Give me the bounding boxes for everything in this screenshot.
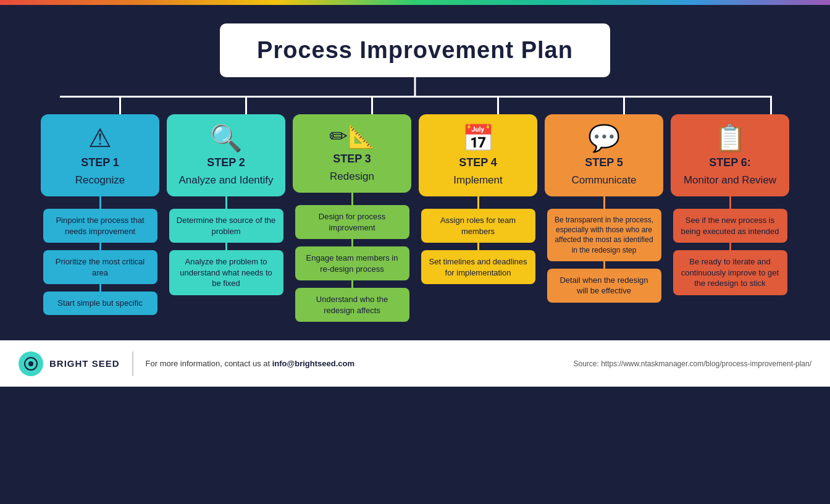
- step-column-3: ✏📐 STEP 3 Redesign Design for process im…: [293, 114, 411, 322]
- step5-icon: 💬: [588, 125, 620, 151]
- step6-sub1: See if the new process is being executed…: [673, 209, 787, 243]
- step3-sub3: Understand who the redesign affects: [295, 288, 409, 322]
- step1-box: ⚠ STEP 1 Recognize: [41, 114, 159, 196]
- step2-subitems: Determine the source of the problem Anal…: [167, 209, 285, 295]
- top-bar: [0, 0, 830, 5]
- step4-sub1: Assign roles for team members: [421, 209, 535, 243]
- footer-email: info@brightseed.com: [272, 359, 354, 368]
- step3-box: ✏📐 STEP 3 Redesign: [293, 114, 411, 193]
- conn-v-1: [119, 96, 121, 114]
- step6-sub2: Be ready to iterate and continuously imp…: [673, 250, 787, 295]
- step5-sub2: Detail when the redesign will be effecti…: [547, 269, 661, 303]
- step6-number: STEP 6:: [709, 156, 751, 169]
- step4-sub2: Set timelines and deadlines for implemen…: [421, 250, 535, 284]
- step1-sub3: Start simple but specific: [43, 292, 157, 315]
- footer-divider: [132, 351, 133, 376]
- step6-name: Monitor and Review: [684, 174, 776, 187]
- step1-v-conn: [99, 196, 101, 209]
- step2-box: 🔍 STEP 2 Analyze and Identify: [167, 114, 285, 196]
- step1-sub2-conn: [99, 284, 101, 292]
- step1-icon: ⚠: [88, 125, 112, 151]
- step3-sub1-conn: [351, 239, 353, 246]
- step-column-1: ⚠ STEP 1 Recognize Pinpoint the process …: [41, 114, 159, 322]
- step4-sub1-conn: [477, 243, 479, 250]
- footer: BRIGHT SEED For more information, contac…: [0, 340, 830, 387]
- step6-subitems: See if the new process is being executed…: [671, 209, 789, 295]
- conn-v-4: [497, 96, 499, 114]
- step3-v-conn: [351, 193, 353, 205]
- step1-sub2: Prioritize the most critical area: [43, 250, 157, 284]
- step2-v-conn: [225, 196, 227, 209]
- conn-vertical-top: [414, 77, 416, 96]
- conn-horizontal: [60, 96, 770, 98]
- step6-box: 📋 STEP 6: Monitor and Review: [671, 114, 789, 196]
- conn-v-2: [245, 96, 247, 114]
- step4-icon: 📅: [462, 125, 494, 151]
- step2-number: STEP 2: [207, 156, 245, 169]
- footer-source: Source: https://www.ntaskmanager.com/blo…: [573, 359, 811, 368]
- step5-name: Communicate: [572, 174, 637, 187]
- steps-row: ⚠ STEP 1 Recognize Pinpoint the process …: [25, 114, 805, 322]
- title-container: Process Improvement Plan: [25, 23, 805, 77]
- step2-sub2: Analyze the problem to understand what n…: [169, 250, 283, 295]
- step4-name: Implement: [453, 174, 502, 187]
- connector-wrapper: [25, 77, 805, 114]
- step2-sub1: Determine the source of the problem: [169, 209, 283, 243]
- step3-icon: ✏📐: [329, 125, 375, 148]
- conn-v-6: [770, 96, 772, 114]
- title-box: Process Improvement Plan: [220, 23, 610, 77]
- step-column-2: 🔍 STEP 2 Analyze and Identify Determine …: [167, 114, 285, 322]
- step2-name: Analyze and Identify: [178, 174, 273, 187]
- step2-sub1-conn: [225, 243, 227, 250]
- main-content: Process Improvement Plan ⚠ STEP 1 Recogn…: [0, 5, 830, 322]
- step-column-5: 💬 STEP 5 Communicate Be transparent in t…: [545, 114, 663, 322]
- step5-subitems: Be transparent in the process, especiall…: [545, 209, 663, 303]
- step6-v-conn: [729, 196, 731, 209]
- step6-icon: 📋: [714, 125, 746, 151]
- step4-v-conn: [477, 196, 479, 209]
- conn-v-5: [623, 96, 625, 114]
- step5-sub1: Be transparent in the process, especiall…: [547, 209, 661, 261]
- step4-subitems: Assign roles for team members Set timeli…: [419, 209, 537, 284]
- step1-sub1: Pinpoint the process that needs improvem…: [43, 209, 157, 243]
- step5-box: 💬 STEP 5 Communicate: [545, 114, 663, 196]
- step3-sub2: Engage team members in re-design process: [295, 246, 409, 280]
- step1-name: Recognize: [75, 174, 125, 187]
- step1-sub1-conn: [99, 243, 101, 250]
- page-title: Process Improvement Plan: [257, 37, 573, 64]
- step5-v-conn: [603, 196, 605, 209]
- svg-point-1: [28, 361, 33, 366]
- step5-number: STEP 5: [585, 156, 623, 169]
- step-column-6: 📋 STEP 6: Monitor and Review See if the …: [671, 114, 789, 322]
- step3-number: STEP 3: [333, 153, 371, 166]
- step3-sub2-conn: [351, 280, 353, 288]
- step3-sub1: Design for process improvement: [295, 205, 409, 239]
- step3-subitems: Design for process improvement Engage te…: [293, 205, 411, 322]
- footer-brand: BRIGHT SEED: [19, 351, 120, 376]
- step1-subitems: Pinpoint the process that needs improvem…: [41, 209, 159, 315]
- step5-sub1-conn: [603, 261, 605, 269]
- step4-box: 📅 STEP 4 Implement: [419, 114, 537, 196]
- step-column-4: 📅 STEP 4 Implement Assign roles for team…: [419, 114, 537, 322]
- step6-sub1-conn: [729, 243, 731, 250]
- footer-brand-name: BRIGHT SEED: [49, 358, 120, 369]
- footer-contact-label: For more information, contact us at: [146, 359, 272, 368]
- conn-v-3: [371, 96, 373, 114]
- step3-name: Redesign: [330, 170, 374, 183]
- step1-number: STEP 1: [81, 156, 119, 169]
- step4-number: STEP 4: [459, 156, 497, 169]
- step2-icon: 🔍: [210, 125, 242, 151]
- footer-contact-text: For more information, contact us at info…: [146, 359, 355, 368]
- footer-logo: [19, 351, 43, 376]
